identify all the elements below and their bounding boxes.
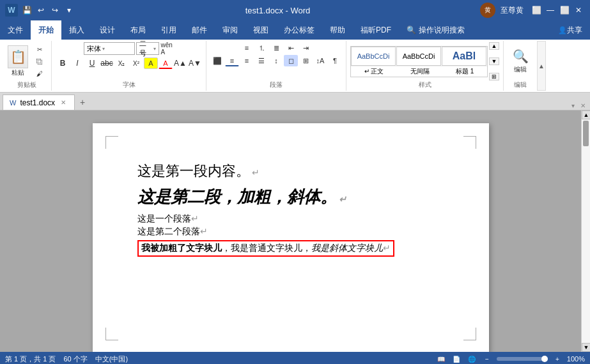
status-bar: 第 1 页，共 1 页 60 个字 中文(中国) 📖 📄 🌐 − + 100%: [0, 352, 590, 364]
tab-insert[interactable]: 插入: [61, 20, 92, 40]
tab-design[interactable]: 设计: [92, 20, 123, 40]
paragraph-1[interactable]: 这是第一段内容。 ↵: [137, 162, 444, 181]
borders-button[interactable]: ⊞: [299, 55, 313, 66]
font-family-selector[interactable]: 宋体 ▾: [84, 42, 135, 55]
paragraph-3[interactable]: 这是一个段落↵: [137, 213, 444, 225]
strikethrough-button[interactable]: abc: [100, 57, 114, 69]
tab-view[interactable]: 视图: [245, 20, 276, 40]
zoom-level: 100%: [567, 355, 585, 363]
style-no-spacing[interactable]: AaBbCcDi: [396, 47, 441, 66]
highlight-button[interactable]: A: [144, 57, 158, 69]
bullets-button[interactable]: ≡: [240, 42, 254, 54]
justify-button[interactable]: ☰: [254, 55, 268, 66]
italic-button[interactable]: I: [70, 57, 84, 69]
shading-button[interactable]: ◻: [284, 55, 298, 66]
undo-button[interactable]: ↩: [35, 4, 47, 17]
scroll-down-arrow[interactable]: ▼: [582, 343, 590, 352]
paragraph-4[interactable]: 这是第二个段落↵: [137, 226, 444, 238]
font-label: 字体: [52, 80, 206, 89]
tab-help[interactable]: 帮助: [322, 20, 353, 40]
search-button[interactable]: 🔍 编辑: [508, 45, 533, 77]
redo-button[interactable]: ↪: [49, 4, 61, 17]
ribbon-expand-button[interactable]: ▲: [537, 41, 546, 91]
format-painter-button[interactable]: 🖌: [32, 68, 47, 79]
font-wfn-button[interactable]: wên A: [160, 43, 175, 54]
multilevel-button[interactable]: ≣: [269, 42, 283, 54]
editing-group: 🔍 编辑 编辑: [504, 41, 537, 91]
dropdown-button[interactable]: ▾: [568, 101, 577, 110]
styles-scroll-up[interactable]: ▲: [489, 42, 499, 50]
share-button[interactable]: 👤 共享: [550, 20, 590, 40]
copy-button[interactable]: ⿻: [32, 56, 47, 67]
align-right-button[interactable]: ≡: [240, 55, 254, 66]
restore-button[interactable]: ⬜: [558, 4, 571, 17]
bold-button[interactable]: B: [56, 57, 70, 69]
font-size-decrease-button[interactable]: A▼: [188, 57, 202, 69]
doc-tab-close-button[interactable]: ✕: [59, 98, 68, 107]
close-button[interactable]: ✕: [572, 4, 585, 17]
sort-button[interactable]: ↕A: [313, 55, 327, 66]
web-view-button[interactable]: 🌐: [466, 354, 477, 363]
font-color-button[interactable]: A: [159, 57, 173, 69]
subscript-button[interactable]: X₂: [114, 57, 128, 69]
align-left-button[interactable]: ⬛: [210, 55, 224, 66]
show-hide-button[interactable]: ¶: [328, 55, 342, 66]
style-no-spacing-preview: AaBbCcDi: [403, 52, 435, 60]
tab-review[interactable]: 审阅: [215, 20, 245, 40]
scroll-track[interactable]: [582, 119, 590, 343]
vertical-scrollbar[interactable]: ▲ ▼: [581, 110, 590, 352]
scroll-thumb[interactable]: [583, 121, 589, 146]
styles-expand[interactable]: ⊞: [489, 73, 499, 80]
align-center-button[interactable]: ≡: [225, 55, 239, 66]
font-family-value: 宋体: [87, 44, 101, 54]
language: 中文(中国): [95, 354, 128, 364]
font-family-dropdown-arrow: ▾: [102, 46, 105, 52]
doc-tab[interactable]: W test1.docx ✕: [3, 95, 75, 110]
close-doc-button[interactable]: ✕: [578, 101, 587, 110]
underline-button[interactable]: U: [85, 57, 99, 69]
doc-tab-icon: W: [10, 99, 16, 107]
tab-mailings[interactable]: 邮件: [184, 20, 215, 40]
qat-dropdown[interactable]: ▾: [63, 4, 75, 17]
font-size-selector[interactable]: 二号 ▾: [136, 42, 159, 55]
scroll-up-arrow[interactable]: ▲: [582, 110, 590, 119]
minus-zoom-button[interactable]: −: [481, 354, 493, 363]
print-view-button[interactable]: 📄: [451, 354, 462, 363]
paste-button[interactable]: 📋 粘贴: [6, 44, 29, 79]
line-spacing-button[interactable]: ↕: [269, 55, 283, 66]
tab-home[interactable]: 开始: [31, 20, 61, 40]
para2-text: 这是第二段，加粗，斜体。: [137, 187, 337, 206]
font-size-increase-button[interactable]: A▲: [173, 57, 187, 69]
zoom-thumb[interactable]: [541, 356, 548, 362]
styles-scroll-down[interactable]: ▼: [489, 57, 499, 65]
new-tab-button[interactable]: +: [75, 95, 90, 110]
tab-file[interactable]: 文件: [0, 20, 31, 40]
tab-layout[interactable]: 布局: [123, 20, 153, 40]
ribbon-collapse-btn[interactable]: ⬜: [530, 4, 543, 17]
tab-tell-me[interactable]: 🔍操作说明搜索: [399, 20, 472, 40]
styles-scroll-arrows: ▲ ▼ ⊞: [489, 42, 499, 80]
tab-office-tab[interactable]: 办公标签: [276, 20, 322, 40]
style-normal[interactable]: AaBbCcDi: [351, 47, 396, 66]
paragraph-5[interactable]: 我被加粗了文字块儿，我是普通文字块儿，我是斜体文字块儿↵: [137, 240, 444, 257]
plus-zoom-button[interactable]: +: [552, 354, 563, 363]
clipboard-label: 剪贴板: [3, 80, 51, 89]
numbering-button[interactable]: ⒈: [254, 42, 268, 54]
paragraph-2[interactable]: 这是第二段，加粗，斜体。 ↵: [137, 186, 444, 208]
styles-labels-row: ↵ 正文 无间隔 标题 1: [351, 66, 487, 77]
zoom-slider[interactable]: [497, 357, 548, 361]
read-view-button[interactable]: 📖: [435, 354, 447, 363]
increase-indent-button[interactable]: ⇥: [299, 42, 313, 54]
superscript-button[interactable]: X²: [129, 57, 143, 69]
tab-references[interactable]: 引用: [153, 20, 184, 40]
save-button[interactable]: 💾: [20, 4, 33, 17]
paste-label: 粘贴: [12, 68, 24, 77]
para3-text: 这是一个段落: [137, 213, 191, 224]
minimize-button[interactable]: —: [544, 4, 557, 17]
document-area[interactable]: 这是第一段内容。 ↵ 这是第二段，加粗，斜体。 ↵ 这是一个段落↵ 这是第二个段…: [0, 110, 581, 352]
style-heading1[interactable]: AaBl: [442, 47, 486, 66]
tab-foxit[interactable]: 福昕PDF: [353, 20, 399, 40]
para1-pilcrow: ↵: [250, 167, 260, 178]
cut-button[interactable]: ✂: [32, 43, 47, 55]
decrease-indent-button[interactable]: ⇤: [284, 42, 298, 54]
